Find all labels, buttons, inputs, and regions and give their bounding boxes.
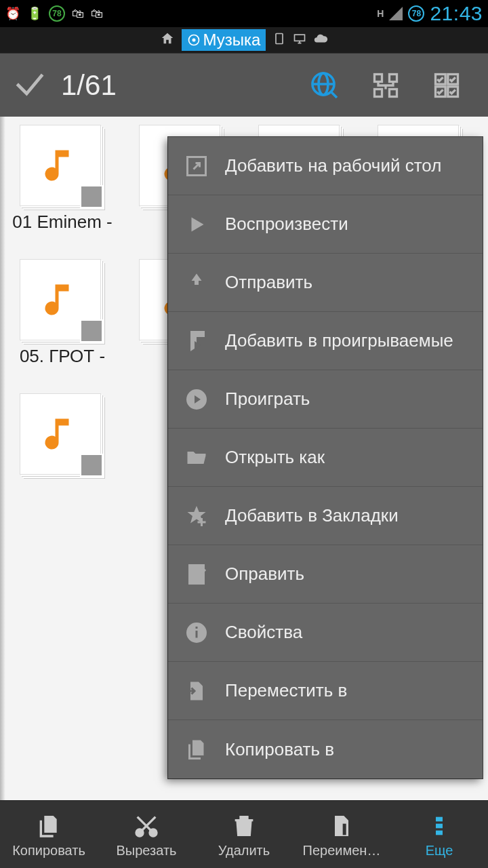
home-tab-icon[interactable] (160, 31, 175, 50)
copy-label: Копировать (12, 843, 85, 859)
svg-rect-6 (375, 74, 382, 81)
menu-label: Добавить в проигрываемые (225, 330, 453, 351)
svg-rect-7 (390, 74, 397, 81)
active-tab-label: Музыка (203, 31, 261, 50)
tabs-bar: Музыка (0, 27, 488, 53)
menu-label: Добавить на рабочий стол (225, 155, 441, 176)
network-type: H (377, 8, 384, 19)
menu-label: Проиграть (225, 389, 310, 410)
info-icon (183, 619, 210, 646)
shortcut-icon (183, 153, 210, 180)
menu-label: Переместить в (225, 680, 347, 701)
status-pill-left: 78 (49, 5, 65, 22)
status-left: ⏰ 🔋 78 🛍 🛍 (5, 5, 103, 22)
copy-icon (35, 810, 62, 842)
play-icon (183, 211, 210, 238)
menu-add-to-playing[interactable]: Добавить в проигрываемые (168, 312, 483, 370)
device-tab-icon[interactable] (272, 32, 286, 49)
edge-shadow (0, 117, 5, 800)
file-label: 01 Eminem - (12, 212, 112, 255)
svg-rect-27 (436, 831, 443, 835)
tree-select-button[interactable] (355, 71, 416, 100)
status-pill-right: 78 (408, 5, 424, 22)
rename-icon (328, 810, 355, 842)
music-file-icon (20, 259, 101, 340)
selection-count: 1/61 (61, 69, 117, 102)
menu-share[interactable]: Оправить (168, 545, 483, 604)
svg-rect-25 (436, 817, 443, 822)
svg-rect-9 (390, 89, 397, 96)
bag2-icon: 🛍 (91, 7, 103, 21)
rename-button[interactable]: Переимен… (293, 801, 390, 868)
menu-add-bookmark[interactable]: Добавить в Закладки (168, 487, 483, 545)
active-tab-music[interactable]: Музыка (182, 29, 266, 51)
menu-label: Свойства (225, 622, 302, 643)
more-label: Еще (426, 843, 453, 859)
context-menu: Добавить на рабочий стол Воспроизвести О… (168, 137, 483, 778)
copy-button[interactable]: Копировать (0, 801, 98, 868)
search-web-button[interactable] (294, 69, 355, 102)
computer-tab-icon[interactable] (293, 32, 306, 49)
menu-copy-to[interactable]: Копировать в (168, 720, 483, 778)
file-item[interactable]: 05. ГРОТ - (3, 259, 122, 389)
svg-rect-21 (196, 627, 198, 629)
music-file-icon (20, 393, 101, 475)
svg-point-1 (192, 39, 195, 42)
export-icon (183, 561, 210, 588)
scissors-icon (133, 810, 160, 842)
file-item[interactable] (3, 393, 122, 475)
battery-icon: 🔋 (27, 6, 42, 21)
menu-label: Отправить (225, 272, 312, 293)
delete-label: Удалить (218, 843, 270, 859)
svg-rect-26 (436, 824, 443, 829)
play-circle-icon (183, 386, 210, 413)
svg-rect-17 (198, 521, 206, 523)
svg-rect-2 (276, 33, 283, 43)
status-right: H 78 21:43 (377, 2, 483, 25)
menu-label: Копировать в (225, 739, 334, 760)
cut-button[interactable]: Вырезать (98, 801, 195, 868)
menu-label: Воспроизвести (225, 214, 348, 235)
svg-rect-24 (343, 824, 346, 835)
cloud-tab-icon[interactable] (313, 31, 328, 50)
menu-play-alt[interactable]: Проиграть (168, 370, 483, 429)
menu-open-as[interactable]: Открыть как (168, 429, 483, 487)
file-label: 05. ГРОТ - (20, 346, 105, 389)
status-clock: 21:43 (430, 2, 483, 25)
select-all-button[interactable] (416, 71, 477, 100)
star-add-icon (183, 502, 210, 530)
menu-play[interactable]: Воспроизвести (168, 195, 483, 254)
svg-rect-8 (375, 89, 382, 96)
folder-open-icon (183, 444, 210, 471)
menu-properties[interactable]: Свойства (168, 604, 483, 662)
more-button[interactable]: Еще (390, 801, 488, 868)
svg-rect-20 (196, 631, 198, 638)
bag-icon: 🛍 (72, 7, 84, 21)
share-icon (183, 269, 210, 296)
more-icon (426, 810, 453, 842)
signal-icon (389, 7, 403, 20)
trash-icon (230, 810, 258, 842)
alarm-icon: ⏰ (5, 6, 20, 21)
menu-label: Добавить в Закладки (225, 505, 399, 526)
confirm-selection-button[interactable] (11, 65, 49, 106)
selection-toolbar: 1/61 (0, 53, 488, 117)
menu-move-to[interactable]: Переместить в (168, 662, 483, 720)
move-icon (183, 677, 210, 705)
cut-label: Вырезать (117, 843, 177, 859)
menu-label: Открыть как (225, 447, 325, 468)
copy-icon (183, 736, 210, 763)
delete-button[interactable]: Удалить (195, 801, 293, 868)
menu-add-to-desktop[interactable]: Добавить на рабочий стол (168, 137, 483, 195)
add-to-list-icon (183, 328, 210, 355)
file-item[interactable]: 01 Eminem - (3, 125, 122, 255)
status-bar: ⏰ 🔋 78 🛍 🛍 H 78 21:43 (0, 0, 488, 27)
rename-label: Переимен… (303, 843, 381, 859)
svg-rect-3 (295, 35, 305, 41)
menu-label: Оправить (225, 564, 304, 585)
menu-send[interactable]: Отправить (168, 254, 483, 312)
bottom-action-bar: Копировать Вырезать Удалить Переимен… Ещ… (0, 800, 488, 868)
music-file-icon (20, 125, 101, 206)
